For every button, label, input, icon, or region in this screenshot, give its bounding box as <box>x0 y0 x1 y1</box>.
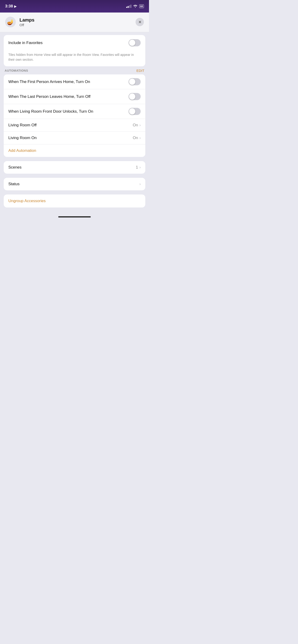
toggle-knob-1 <box>129 78 135 85</box>
scenes-row[interactable]: Scenes 1 › <box>4 161 145 174</box>
chevron-icon-1: › <box>139 123 141 127</box>
accessory-status: Off <box>20 23 34 27</box>
living-room-off-item[interactable]: Living Room Off On › <box>4 119 145 132</box>
scenes-label: Scenes <box>8 165 22 170</box>
living-room-on-label: Living Room On <box>8 136 37 140</box>
home-indicator <box>0 212 149 220</box>
status-card: Status › <box>4 178 145 190</box>
automation-toggle-2[interactable] <box>129 93 141 100</box>
lamp-icon: 🪔 <box>7 19 14 25</box>
nav-right-1: On › <box>133 123 141 128</box>
status-time: 3:38 ▶ <box>5 4 17 8</box>
status-right: › <box>139 182 141 186</box>
close-button[interactable]: ✕ <box>136 18 144 26</box>
signal-bar-3 <box>129 5 130 8</box>
automation-text-2: When The Last Person Leaves Home, Turn O… <box>8 94 129 100</box>
edit-button[interactable]: EDIT <box>136 68 144 72</box>
scenes-chevron: › <box>139 165 141 170</box>
ungroup-label: Ungroup Accessories <box>8 199 46 203</box>
automation-text-1: When The First Person Arrives Home, Turn… <box>8 79 129 84</box>
home-bar <box>58 216 91 218</box>
status-label: Status <box>8 182 20 186</box>
header-left: 🪔 Lamps Off <box>5 17 34 27</box>
location-icon: ▶ <box>14 5 17 8</box>
add-automation-row[interactable]: Add Automation <box>4 144 145 157</box>
living-room-on-item[interactable]: Living Room On On › <box>4 132 145 144</box>
living-room-off-label: Living Room Off <box>8 123 37 128</box>
accessory-title: Lamps <box>20 18 34 23</box>
status-chevron: › <box>139 182 141 186</box>
living-room-off-value: On <box>133 123 138 128</box>
section-header: AUTOMATIONS EDIT <box>0 66 149 74</box>
scenes-card: Scenes 1 › <box>4 161 145 174</box>
signal-bars <box>126 5 131 8</box>
status-bar: 3:38 ▶ 68 <box>0 0 149 12</box>
lamp-icon-wrapper: 🪔 <box>5 17 16 27</box>
chevron-icon-2: › <box>139 136 141 140</box>
automation-text-3: When Living Room Front Door Unlocks, Tur… <box>8 109 129 114</box>
add-automation-label: Add Automation <box>8 148 36 153</box>
nav-right-2: On › <box>133 136 141 140</box>
content: Include in Favorites Tiles hidden from H… <box>0 35 149 220</box>
toggle-knob-3 <box>129 108 135 114</box>
time-label: 3:38 <box>5 4 13 8</box>
automation-item-3: When Living Room Front Door Unlocks, Tur… <box>4 104 145 119</box>
status-row[interactable]: Status › <box>4 178 145 190</box>
automations-section: AUTOMATIONS EDIT When The First Person A… <box>0 66 149 157</box>
automation-item-2: When The Last Person Leaves Home, Turn O… <box>4 89 145 104</box>
favorites-toggle[interactable] <box>129 39 141 46</box>
signal-bar-1 <box>126 7 127 8</box>
battery-level: 68 <box>140 5 143 8</box>
scenes-right: 1 › <box>136 165 141 170</box>
signal-bar-4 <box>130 5 131 8</box>
toggle-knob-2 <box>129 94 135 100</box>
ungroup-card[interactable]: Ungroup Accessories <box>4 194 145 208</box>
header: 🪔 Lamps Off ✕ <box>0 12 149 32</box>
status-right: 68 <box>126 4 144 8</box>
automations-card: When The First Person Arrives Home, Turn… <box>4 74 145 157</box>
automation-toggle-1[interactable] <box>129 78 141 85</box>
close-icon: ✕ <box>138 20 141 24</box>
battery-indicator: 68 <box>139 4 144 8</box>
favorites-card: Include in Favorites Tiles hidden from H… <box>4 35 145 66</box>
living-room-on-value: On <box>133 136 138 140</box>
section-label: AUTOMATIONS <box>5 69 28 72</box>
header-text: Lamps Off <box>20 18 34 27</box>
favorites-helper-text: Tiles hidden from Home View will still a… <box>4 50 145 66</box>
favorites-row: Include in Favorites <box>4 35 145 50</box>
automation-toggle-3[interactable] <box>129 108 141 115</box>
scenes-count: 1 <box>136 165 138 170</box>
toggle-knob <box>129 40 135 46</box>
signal-bar-2 <box>128 6 129 8</box>
favorites-label: Include in Favorites <box>8 40 43 45</box>
wifi-icon <box>133 4 137 8</box>
automation-item-1: When The First Person Arrives Home, Turn… <box>4 74 145 89</box>
